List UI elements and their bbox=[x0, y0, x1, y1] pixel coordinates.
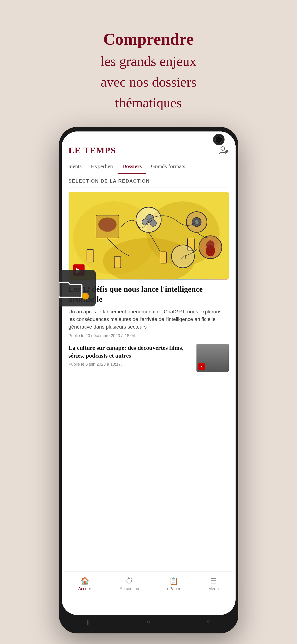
second-article-title: La culture sur canapé: des découvertes f… bbox=[68, 344, 192, 360]
second-article[interactable]: La culture sur canapé: des découvertes f… bbox=[68, 344, 229, 376]
status-bar bbox=[62, 132, 236, 143]
tab-grands-formats[interactable]: Grands formats bbox=[146, 159, 190, 174]
main-article-date: Publié le 20 décembre 2023 à 18:04. bbox=[68, 334, 229, 338]
nav-item-epaper[interactable]: 📋 ePaper bbox=[167, 576, 180, 591]
nav-label-accueil: Accueil bbox=[78, 586, 92, 591]
svg-text:♪♫: ♪♫ bbox=[181, 254, 186, 260]
svg-point-24 bbox=[150, 220, 156, 226]
folder-badge bbox=[82, 293, 89, 300]
profile-settings-icon[interactable] bbox=[219, 145, 229, 156]
svg-line-6 bbox=[226, 151, 226, 151]
second-article-image bbox=[197, 344, 229, 372]
nav-label-epaper: ePaper bbox=[167, 586, 180, 591]
clock-icon: ⏱ bbox=[126, 577, 133, 585]
section-label: SÉLECTION DE LA RÉDACTION bbox=[68, 174, 229, 188]
phone-screen: LE TEMPS ments Hype bbox=[62, 132, 236, 615]
svg-point-0 bbox=[221, 147, 225, 150]
svg-rect-17 bbox=[160, 252, 166, 263]
tab-dossiers[interactable]: Dossiers bbox=[118, 159, 146, 174]
nav-label-en-continu: En continu bbox=[120, 586, 139, 591]
svg-point-20 bbox=[99, 219, 115, 232]
epaper-icon: 📋 bbox=[169, 576, 178, 585]
app-header: LE TEMPS bbox=[62, 143, 236, 159]
main-article-description: Un an après le lancement phénoménal de C… bbox=[68, 308, 229, 331]
gesture-home: ○ bbox=[147, 619, 150, 625]
second-article-tag bbox=[198, 363, 205, 370]
nav-label-menu: Menu bbox=[208, 586, 219, 591]
second-article-date: Publié le 5 juin 2023 à 18:17. bbox=[68, 362, 192, 367]
svg-line-9 bbox=[227, 151, 228, 151]
second-article-content: La culture sur canapé: des découvertes f… bbox=[68, 344, 192, 367]
tab-moments[interactable]: ments bbox=[64, 159, 86, 174]
svg-line-7 bbox=[227, 152, 228, 152]
tab-hyperlien[interactable]: Hyperlien bbox=[86, 159, 118, 174]
folder-tooltip bbox=[59, 270, 96, 306]
nav-item-accueil[interactable]: 🏠 Accueil bbox=[78, 576, 92, 591]
nav-item-menu[interactable]: ☰ Menu bbox=[208, 576, 219, 591]
gesture-recents: < bbox=[207, 619, 210, 625]
hero-bold-title: Comprendre bbox=[100, 28, 197, 51]
nav-item-en-continu[interactable]: ⏱ En continu bbox=[120, 577, 139, 591]
main-article-image[interactable]: ♪♫ bbox=[68, 192, 229, 280]
svg-rect-15 bbox=[114, 256, 121, 268]
hero-section: Comprendre les grands enjeux avec nos do… bbox=[100, 28, 197, 113]
bottom-navigation: 🏠 Accueil ⏱ En continu 📋 ePaper ☰ Menu bbox=[64, 571, 233, 596]
svg-point-29 bbox=[195, 220, 198, 224]
svg-rect-14 bbox=[87, 249, 94, 262]
svg-line-8 bbox=[226, 152, 226, 152]
front-camera bbox=[213, 134, 225, 145]
home-icon: 🏠 bbox=[80, 576, 89, 585]
menu-icon: ☰ bbox=[210, 576, 217, 585]
gesture-back: ||| bbox=[87, 619, 90, 625]
svg-point-32 bbox=[206, 240, 214, 250]
phone-gesture-bar: ||| ○ < bbox=[59, 615, 238, 629]
navigation-tabs: ments Hyperlien Dossiers Grands formats bbox=[62, 159, 236, 174]
phone-device: LE TEMPS ments Hype bbox=[59, 127, 238, 634]
app-logo: LE TEMPS bbox=[68, 145, 116, 156]
hero-subtitle: les grands enjeux avec nos dossiers thém… bbox=[100, 51, 197, 113]
